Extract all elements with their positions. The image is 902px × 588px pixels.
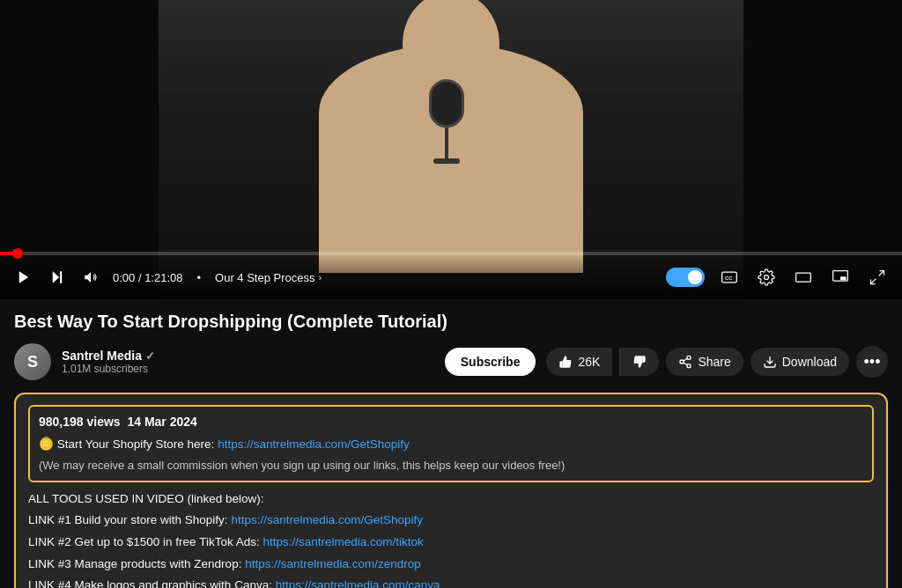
- link-3-url[interactable]: https://santrelmedia.com/zendrop: [245, 557, 421, 570]
- tools-header: ALL TOOLS USED IN VIDEO (linked below):: [28, 489, 874, 509]
- description-box[interactable]: 980,198 views 14 Mar 2024 🪙 Start Your S…: [14, 393, 888, 588]
- svg-marker-1: [53, 271, 60, 283]
- time-display: 0:00 / 1:21:08: [113, 271, 183, 284]
- more-options-button[interactable]: •••: [856, 346, 888, 378]
- svg-line-10: [871, 279, 876, 284]
- download-button[interactable]: Download: [750, 348, 849, 376]
- video-controls: 0:00 / 1:21:08 • Our 4 Step Process › CC: [0, 255, 902, 299]
- chapter-label[interactable]: Our 4 Step Process ›: [215, 271, 322, 284]
- like-count: 26K: [578, 355, 600, 369]
- svg-rect-2: [60, 271, 62, 283]
- svg-marker-0: [19, 271, 29, 283]
- link-3: LINK #3 Manage products with Zendrop: ht…: [28, 555, 874, 574]
- controls-right: CC: [666, 265, 890, 290]
- svg-point-13: [687, 364, 691, 368]
- link-1: LINK #1 Build your store with Shopify: h…: [28, 511, 874, 530]
- link-4: LINK #4 Make logos and graphics with Can…: [28, 576, 874, 588]
- svg-line-14: [684, 363, 688, 365]
- svg-point-11: [687, 356, 691, 359]
- action-buttons: 26K Share Download •••: [546, 346, 888, 378]
- link-4-url[interactable]: https://santrelmedia.com/canva: [276, 578, 440, 588]
- video-player[interactable]: 0:00 / 1:21:08 • Our 4 Step Process › CC: [0, 0, 902, 299]
- miniplayer-button[interactable]: [828, 265, 853, 290]
- channel-name: Santrel Media ✓: [62, 349, 434, 363]
- below-video: Best Way To Start Dropshipping (Complete…: [0, 299, 902, 588]
- channel-info: Santrel Media ✓ 1.01M subscribers: [62, 349, 434, 375]
- shopify-line: 🪙 Start Your Shopify Store here: https:/…: [39, 435, 863, 454]
- download-label: Download: [782, 355, 837, 369]
- views-date: 980,198 views 14 Mar 2024: [39, 412, 863, 431]
- svg-rect-8: [840, 276, 847, 280]
- volume-button[interactable]: [79, 266, 102, 289]
- link-2-url[interactable]: https://santrelmedia.com/tiktok: [262, 535, 423, 548]
- commission-note: (We may receive a small commission when …: [39, 457, 863, 475]
- svg-text:CC: CC: [725, 276, 733, 281]
- separator: •: [194, 271, 205, 284]
- play-button[interactable]: [12, 266, 35, 289]
- channel-row: S Santrel Media ✓ 1.01M subscribers Subs…: [14, 343, 888, 380]
- subscriber-count: 1.01M subscribers: [62, 363, 434, 375]
- svg-line-9: [879, 271, 884, 276]
- settings-button[interactable]: [754, 265, 779, 290]
- video-title: Best Way To Start Dropshipping (Complete…: [14, 310, 888, 333]
- theater-button[interactable]: [791, 265, 816, 290]
- captions-button[interactable]: CC: [717, 265, 742, 290]
- shopify-link[interactable]: https://santrelmedia.com/GetShopify: [218, 437, 410, 451]
- avatar-initials: S: [14, 343, 51, 380]
- svg-rect-6: [796, 273, 811, 282]
- highlight-section: 980,198 views 14 Mar 2024 🪙 Start Your S…: [28, 405, 874, 482]
- link-1-url[interactable]: https://santrelmedia.com/GetShopify: [231, 513, 423, 526]
- svg-marker-3: [85, 272, 91, 283]
- subscribe-button[interactable]: Subscribe: [445, 348, 536, 376]
- chevron-right-icon: ›: [319, 272, 322, 283]
- dislike-button[interactable]: [619, 348, 659, 376]
- link-2: LINK #2 Get up to $1500 in free TikTok A…: [28, 533, 874, 552]
- autoplay-toggle[interactable]: [666, 268, 705, 287]
- fullscreen-button[interactable]: [865, 265, 890, 290]
- svg-line-15: [684, 358, 688, 361]
- share-label: Share: [698, 355, 730, 369]
- verified-badge: ✓: [145, 349, 155, 363]
- like-button[interactable]: 26K: [546, 348, 612, 376]
- skip-button[interactable]: [46, 266, 69, 289]
- svg-point-12: [680, 360, 684, 364]
- share-button[interactable]: Share: [666, 348, 743, 376]
- channel-avatar[interactable]: S: [14, 343, 51, 380]
